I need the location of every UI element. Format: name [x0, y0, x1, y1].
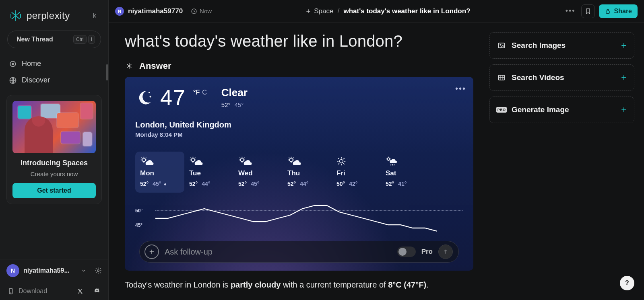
share-button[interactable]: Share [599, 4, 638, 18]
main: N niyatimaha59770 Now Space / what's tod… [109, 0, 644, 300]
location: London, United Kingdom [135, 120, 463, 129]
pro-label: Pro [421, 248, 433, 256]
x-icon[interactable] [76, 287, 84, 295]
pro-badge: PRO [497, 105, 506, 114]
ytick-lo: 45° [135, 222, 142, 228]
svg-point-10 [191, 158, 195, 162]
image-icon [497, 41, 506, 50]
svg-point-3 [97, 270, 99, 272]
weather-icon [386, 156, 425, 166]
thread-owner[interactable]: N niyatimaha59770 [115, 7, 183, 16]
weather-icon [140, 156, 180, 166]
svg-point-9 [142, 158, 146, 162]
timestamp: Now [191, 8, 212, 14]
svg-point-16 [500, 44, 501, 45]
nav-home-label: Home [22, 60, 41, 68]
user-name: niyatimaha59... [23, 267, 77, 274]
bookmark-button[interactable] [581, 4, 595, 18]
day-high-low: 52°45° [238, 181, 278, 187]
forecast-day-tue[interactable]: Tue52°44° [184, 152, 233, 193]
svg-point-13 [340, 160, 343, 163]
svg-point-5 [10, 293, 11, 294]
widget-more-icon[interactable]: ••• [455, 84, 466, 93]
plus-icon [305, 8, 312, 14]
gear-icon[interactable] [95, 267, 102, 274]
followup-bar: Pro [139, 241, 459, 263]
new-thread-button[interactable]: New Thread Ctrl I [7, 31, 101, 48]
forecast-row: Mon52°45°Tue52°44°Wed52°45°Thu52°44°Fri5… [135, 152, 463, 193]
more-menu-icon[interactable]: ••• [564, 7, 577, 15]
promo-subtitle: Create yours now [31, 171, 78, 177]
help-button[interactable]: ? [620, 276, 634, 290]
target-icon [9, 60, 17, 68]
day-name: Tue [189, 169, 229, 177]
search-videos-card[interactable]: Search Videos + [489, 64, 634, 91]
nav-discover-label: Discover [22, 76, 50, 84]
pro-toggle[interactable] [397, 247, 416, 257]
content: what's today's weather like in London? A… [109, 23, 644, 300]
side-column: Search Images + Search Videos + PRO Gene… [489, 32, 634, 300]
current-temp: 47 [160, 86, 186, 108]
forecast-day-thu[interactable]: Thu52°44° [283, 152, 332, 193]
collapse-sidebar-icon[interactable] [90, 10, 101, 21]
perplexity-icon [125, 62, 134, 70]
topbar: N niyatimaha59770 Now Space / what's tod… [109, 0, 644, 23]
nav-discover[interactable]: Discover [0, 72, 108, 88]
forecast-day-wed[interactable]: Wed52°45° [233, 152, 283, 193]
svg-rect-7 [606, 11, 609, 13]
answer-paragraph: Today's weather in London is partly clou… [125, 280, 473, 290]
temperature-chart: 50° 45° [135, 202, 463, 234]
attach-button[interactable] [144, 245, 159, 259]
arrow-up-icon [442, 249, 449, 255]
brand-logo[interactable]: perplexity [9, 9, 86, 23]
weather-icon [287, 156, 327, 166]
answer-column: what's today's weather like in London? A… [125, 32, 473, 300]
send-button[interactable] [438, 245, 453, 259]
forecast-day-sat[interactable]: Sat52°41° [381, 152, 430, 193]
weather-icon [336, 156, 376, 166]
day-high-low: 52°44° [189, 181, 229, 187]
user-menu[interactable]: N niyatimaha59... [0, 259, 108, 282]
discord-icon[interactable] [93, 287, 101, 295]
day-high-low: 50°42° [336, 181, 376, 187]
breadcrumb-question: what's today's weather like in London? [343, 7, 470, 15]
download-link[interactable]: Download [19, 288, 47, 295]
weather-widget: ••• 47 °F C Clear 52°45 [125, 77, 473, 271]
chevron-down-icon [81, 268, 87, 273]
followup-input[interactable] [165, 247, 392, 257]
promo-title: Introducing Spaces [21, 159, 88, 167]
scrollbar[interactable] [106, 64, 108, 80]
day-high-low: 52°44° [287, 181, 327, 187]
svg-point-14 [387, 158, 390, 160]
bookmark-icon [585, 8, 591, 14]
device-icon [7, 288, 14, 295]
svg-point-8 [149, 92, 150, 93]
add-to-space[interactable]: Space [305, 7, 333, 15]
nav-home[interactable]: Home [0, 55, 108, 72]
avatar: N [115, 7, 124, 16]
day-name: Wed [238, 169, 278, 177]
perplexity-icon [9, 9, 23, 23]
new-thread-label: New Thread [17, 36, 53, 43]
promo-cta-button[interactable]: Get started [12, 183, 96, 198]
svg-point-1 [12, 63, 13, 64]
avatar: N [6, 264, 19, 277]
high-low: 52°45° [221, 101, 248, 108]
day-high-low: 52°45° [140, 181, 180, 187]
generate-image-card[interactable]: PRO Generate Image + [489, 97, 634, 123]
forecast-day-mon[interactable]: Mon52°45° [135, 152, 184, 193]
forecast-day-fri[interactable]: Fri50°42° [332, 152, 381, 193]
breadcrumb-sep: / [337, 7, 339, 15]
promo-image [12, 101, 96, 153]
lock-icon [605, 8, 611, 14]
answer-header: Answer [125, 61, 473, 71]
condition: Clear [221, 86, 248, 99]
svg-point-12 [289, 158, 293, 162]
video-icon [497, 73, 506, 82]
moon-icon [135, 89, 153, 107]
search-images-card[interactable]: Search Images + [489, 32, 634, 59]
day-name: Fri [336, 169, 376, 177]
unit-toggle[interactable]: °F C [193, 89, 207, 96]
weather-icon [189, 156, 229, 166]
brand-name: perplexity [27, 10, 70, 21]
